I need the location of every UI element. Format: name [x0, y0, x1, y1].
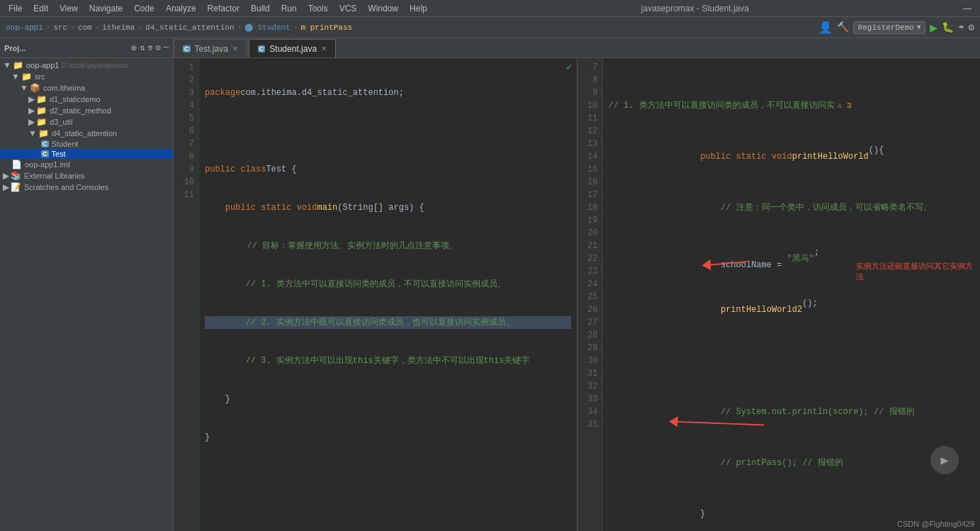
- folder-icon: 📁: [36, 106, 47, 116]
- menu-build[interactable]: Build: [245, 4, 276, 13]
- project-icon: 📁: [13, 60, 23, 70]
- breadcrumb-item-0: oop-app1: [6, 23, 43, 32]
- code-line-11: [205, 469, 571, 482]
- tree-label-iml: oop-app1.iml: [25, 160, 70, 169]
- tree-label-student: Student: [52, 140, 79, 148]
- tree-item-d4[interactable]: ▼ 📁 d4_static_attention: [0, 128, 173, 139]
- account-icon[interactable]: 👤: [818, 21, 833, 35]
- add-icon[interactable]: ⊕: [131, 43, 137, 54]
- code-line-9: }: [205, 393, 571, 406]
- menu-run[interactable]: Run: [276, 4, 303, 13]
- hammer-icon[interactable]: 🔨: [837, 21, 849, 33]
- tree-item-iml[interactable]: 📄 oop-app1.iml: [0, 159, 173, 170]
- collapse-icon[interactable]: ⇈: [147, 43, 152, 54]
- main-layout: Proj... ⊕ ⇅ ⇈ ⚙ — ▼ 📁 oop-app1 D:\code\j…: [0, 38, 980, 531]
- test-tab-close[interactable]: ✕: [232, 45, 238, 52]
- menu-view[interactable]: View: [54, 4, 84, 13]
- menu-vcs[interactable]: VCS: [334, 4, 363, 13]
- file-icon: 📄: [11, 160, 22, 169]
- test-tab-label: Test.java: [195, 44, 228, 54]
- breadcrumb-item-2: com: [78, 23, 92, 32]
- tree-item-d2[interactable]: ▶ 📁 d2_static_method: [0, 105, 173, 116]
- warning-icon: ⚠ 3: [838, 99, 852, 112]
- student-line-15: }: [609, 508, 975, 520]
- code-line-8: // 3. 实例方法中可以出现this关键字，类方法中不可以出现this关键字: [205, 354, 571, 367]
- line-numbers-student: 7891011 1213141516 1718192021 2223242526…: [578, 58, 603, 531]
- tabs-bar: C Test.java ✕ C Student.java ✕: [174, 38, 980, 58]
- code-line-4: public static void main(String[] args) {: [205, 201, 571, 214]
- menu-navigate[interactable]: Navigate: [84, 4, 128, 13]
- test-tab-icon: C: [183, 45, 191, 52]
- breadcrumb: oop-app1 › src › com › itheima › d4_stat…: [6, 23, 816, 32]
- tree-label-src: src: [35, 72, 45, 81]
- menu-help[interactable]: Help: [404, 4, 433, 13]
- student-tab-icon: C: [258, 45, 266, 52]
- sidebar-header: Proj... ⊕ ⇅ ⇈ ⚙ —: [0, 38, 173, 58]
- breadcrumb-item-1: src: [53, 23, 67, 32]
- chevron-down-icon: ▼: [3, 60, 11, 70]
- sidebar-icons: ⊕ ⇅ ⇈ ⚙ —: [131, 43, 169, 54]
- menu-tools[interactable]: Tools: [303, 4, 334, 13]
- student-tab-close[interactable]: ✕: [321, 45, 327, 52]
- java-class-icon: C: [41, 140, 49, 147]
- tree-label-d4: d4_static_attention: [52, 129, 117, 138]
- csdn-watermark: CSDN @Fighting0429: [897, 520, 974, 528]
- editor-pane-student[interactable]: 7891011 1213141516 1718192021 2223242526…: [577, 58, 981, 531]
- settings-icon[interactable]: ⚙: [969, 21, 974, 33]
- code-line-2: [205, 125, 571, 138]
- tree-item-extlib[interactable]: ▶ 📚 External Libraries: [0, 170, 173, 181]
- breadcrumb-item-3: itheima: [102, 23, 135, 32]
- chevron-down-icon: ▼: [20, 83, 28, 93]
- chevron-right-icon: ▶: [28, 106, 35, 116]
- student-line-8: public static void printHelloWorld(){: [609, 150, 975, 163]
- tree-item-oop-app1[interactable]: ▼ 📁 oop-app1 D:\code\javasepromo: [0, 60, 173, 71]
- tree-item-com-itheima[interactable]: ▼ 📦 com.itheima: [0, 82, 173, 94]
- run-config-dropdown[interactable]: RegisterDemo ▼: [853, 21, 926, 34]
- menu-edit[interactable]: Edit: [28, 4, 54, 13]
- editor-pane-test[interactable]: 12345 678910 11 package com.itheima.d4_s…: [174, 58, 577, 531]
- editors-split: 12345 678910 11 package com.itheima.d4_s…: [174, 58, 980, 531]
- code-area-student[interactable]: 7891011 1213141516 1718192021 2223242526…: [578, 58, 981, 531]
- toolbar: oop-app1 › src › com › itheima › d4_stat…: [0, 17, 980, 38]
- sync-icon[interactable]: ⇅: [140, 43, 145, 54]
- breadcrumb-item-5: ⬤ Student: [244, 23, 291, 32]
- tree-item-d3[interactable]: ▶ 📁 d3_util: [0, 116, 173, 128]
- menu-analyze[interactable]: Analyze: [160, 4, 202, 13]
- file-tree: ▼ 📁 oop-app1 D:\code\javasepromo ▼ 📁 src…: [0, 58, 173, 531]
- breadcrumb-item-4: d4_static_attention: [145, 23, 234, 32]
- tree-item-test[interactable]: C Test: [0, 149, 173, 159]
- sidebar-title: Proj...: [4, 44, 26, 52]
- close-icon[interactable]: —: [164, 43, 169, 54]
- debug-button[interactable]: 🐛: [942, 21, 954, 33]
- tree-item-student[interactable]: C Student: [0, 139, 173, 149]
- tab-test[interactable]: C Test.java ✕: [174, 39, 247, 57]
- tree-item-d1[interactable]: ▶ 📁 d1_staticdemo: [0, 94, 173, 105]
- code-line-10: }: [205, 431, 571, 444]
- gear-icon[interactable]: ⚙: [156, 43, 161, 54]
- tree-item-scratches[interactable]: ▶ 📝 Scratches and Consoles: [0, 181, 173, 193]
- menu-code[interactable]: Code: [128, 4, 160, 13]
- menu-window[interactable]: Window: [362, 4, 404, 13]
- tree-label-oop-app1: oop-app1 D:\code\javasepromo: [26, 61, 128, 69]
- student-line-11: printHelloWorld2();: [609, 303, 975, 316]
- line-numbers-test: 12345 678910 11: [174, 58, 199, 531]
- chevron-right-icon: ▶: [28, 117, 35, 127]
- code-area-test[interactable]: 12345 678910 11 package com.itheima.d4_s…: [174, 58, 577, 531]
- chevron-right-icon: ▶: [28, 94, 35, 104]
- sidebar: Proj... ⊕ ⇅ ⇈ ⚙ — ▼ 📁 oop-app1 D:\code\j…: [0, 38, 174, 531]
- tab-student[interactable]: C Student.java ✕: [249, 39, 336, 57]
- coverage-button[interactable]: ☂: [958, 21, 964, 33]
- code-content-student[interactable]: // 1. 类方法中可以直接访问类的成员，不可以直接访问实 ⚠ 3 public…: [603, 58, 981, 531]
- student-line-10: schoolName = "黑马";: [609, 252, 975, 265]
- student-tab-label: Student.java: [269, 44, 317, 54]
- package-icon: 📦: [30, 83, 40, 93]
- play-button-large[interactable]: ▶: [930, 446, 959, 474]
- tree-item-src[interactable]: ▼ 📁 src: [0, 71, 173, 82]
- run-button[interactable]: ▶: [930, 20, 937, 35]
- menu-refactor[interactable]: Refactor: [202, 4, 245, 13]
- tree-label-d1: d1_staticdemo: [50, 95, 101, 104]
- window-minimize[interactable]: —: [957, 4, 977, 13]
- code-content-test[interactable]: package com.itheima.d4_static_attention;…: [199, 58, 577, 531]
- menu-file[interactable]: File: [3, 4, 28, 13]
- tree-label-d2: d2_static_method: [50, 106, 111, 115]
